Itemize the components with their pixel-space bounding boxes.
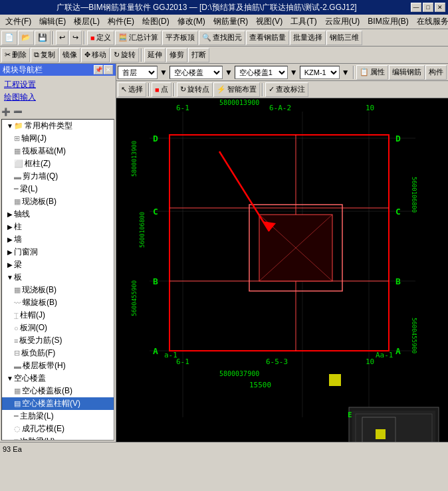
tree-item-axis[interactable]: ▶ 轴线 [2, 208, 114, 221]
tree-toggle-doorwindow[interactable]: ▶ [6, 248, 14, 256]
menu-tools[interactable]: 工具(T) [286, 15, 320, 29]
arrow-icon: ▼ [160, 68, 168, 77]
select-button[interactable]: ↖ 选择 [118, 82, 146, 97]
calc-button[interactable]: 🧮 汇总计算 [115, 31, 162, 45]
menu-rebar[interactable]: 钢筋量(R) [209, 15, 253, 29]
batch-select-button[interactable]: 批量选择 [290, 31, 326, 45]
tree-item-castplate[interactable]: ▦ 现浇板(B) [2, 284, 114, 296]
tree-item-slab-group[interactable]: ▼ 板 [2, 271, 114, 284]
type-select[interactable]: 空心楼盖 [169, 66, 223, 79]
tree-item-core[interactable]: ◌ 成孔芯模(E) [2, 423, 114, 435]
maximize-button[interactable]: □ [423, 3, 433, 12]
menu-modify[interactable]: 修改(M) [173, 15, 209, 29]
nav-tree[interactable]: ▼ 📁 常用构件类型 ⊞ 轴网(J) ▦ 筏板基础(M) ⬜ 框柱(Z) [1, 119, 114, 441]
tree-item-slabrebar[interactable]: ⊟ 板负筋(F) [2, 347, 114, 359]
tree-item-raft[interactable]: ▦ 筏板基础(M) [2, 145, 114, 157]
minimize-button[interactable]: — [411, 3, 421, 12]
menu-bim[interactable]: BIM应用(B) [364, 15, 412, 29]
view-rebar-button[interactable]: 查看钢筋量 [246, 31, 289, 45]
tree-item-subrib[interactable]: ⌶ 次肋梁(U) [2, 435, 114, 441]
tree-item-slabhole[interactable]: ○ 板洞(O) [2, 322, 114, 334]
component-label: 构件 [429, 67, 443, 77]
properties-button[interactable]: 📋 属性 [356, 65, 388, 80]
define-button[interactable]: ■ 定义 [87, 31, 114, 45]
tree-toggle-column[interactable]: ▶ [6, 223, 14, 231]
svg-text:10: 10 [366, 104, 374, 112]
extend-button[interactable]: 延伸 [144, 48, 166, 62]
find-element-button[interactable]: 🔍 查找图元 [199, 31, 245, 45]
tree-item-hollowslab[interactable]: ▼ 空心楼盖 [2, 372, 114, 385]
tree-toggle-beam2[interactable]: ▶ [6, 261, 14, 268]
tree-item-beam[interactable]: ━ 梁(L) [2, 183, 114, 195]
tree-item-common[interactable]: ▼ 📁 常用构件类型 [2, 120, 114, 132]
check-annotation-button[interactable]: ✓ 查改标注 [265, 82, 308, 97]
tree-toggle-hollow[interactable]: ▼ [6, 375, 14, 382]
tree-toggle-axis[interactable]: ▶ [6, 211, 14, 218]
tree-add-icon[interactable]: ➕ [1, 108, 11, 116]
slabstress-icon: ≡ [14, 337, 18, 345]
panel-close-button[interactable]: ✕ [104, 65, 113, 74]
panel-pin-button[interactable]: 📌 [94, 65, 103, 74]
svg-rect-44 [352, 411, 435, 442]
smartplace-button[interactable]: ⚡ 智能布置 [213, 82, 260, 97]
flat-top-button[interactable]: 平齐板顶 [162, 31, 198, 45]
menu-view[interactable]: 视图(V) [252, 15, 286, 29]
tree-item-slabband[interactable]: ▬ 楼层板带(H) [2, 359, 114, 372]
delete-button[interactable]: ✂ 删除 [1, 48, 30, 62]
trim-button[interactable]: 修剪 [166, 48, 187, 62]
tree-item-spiral[interactable]: 〰 螺旋板(B) [2, 296, 114, 309]
break-button[interactable]: 打断 [188, 48, 209, 62]
tree-item-doorwindow[interactable]: ▶ 门窗洞 [2, 246, 114, 258]
settings-link[interactable]: 工程设置 [3, 78, 113, 91]
close-button[interactable]: ✕ [435, 3, 445, 12]
tree-toggle-slab[interactable]: ▼ [6, 274, 14, 281]
tree-minus-icon[interactable]: ➖ [13, 108, 23, 116]
component-button[interactable]: 构件 [425, 65, 447, 80]
menu-file[interactable]: 文件(F) [1, 15, 35, 29]
tree-toggle-wall[interactable]: ▶ [6, 236, 14, 243]
tree-toggle-common[interactable]: ▼ [6, 122, 14, 130]
svg-text:15500: 15500 [249, 381, 271, 389]
drawing-link[interactable]: 绘图输入 [3, 91, 113, 104]
save-button[interactable]: 💾 [35, 31, 51, 45]
point-button[interactable]: ■ 点 [152, 82, 171, 97]
tree-item-slab[interactable]: ▦ 现浇板(B) [2, 195, 114, 208]
tree-item-axisgrid[interactable]: ⊞ 轴网(J) [2, 132, 114, 145]
tree-item-pillarcap[interactable]: ⌶ 柱帽(J) [2, 309, 114, 322]
component-select[interactable]: 空心楼盖1 [235, 66, 288, 79]
tree-item-hollow-col[interactable]: ▤ 空心楼盖柱帽(V) [2, 397, 114, 410]
tree-item-shearwall[interactable]: ▬ 剪力墙(Q) [2, 170, 114, 183]
rotate-label: 旋转 [121, 50, 136, 60]
menu-floor[interactable]: 楼层(L) [70, 15, 104, 29]
move-button[interactable]: ✥ 移动 [81, 48, 110, 62]
tree-item-framecol[interactable]: ⬜ 框柱(Z) [2, 157, 114, 170]
tree-item-slabstress[interactable]: ≡ 板受力筋(S) [2, 334, 114, 347]
copy-button[interactable]: ⧉ 复制 [31, 48, 58, 62]
redo-button[interactable]: ↪ [69, 31, 82, 45]
tree-item-mainrib[interactable]: ━ 主肋梁(L) [2, 410, 114, 423]
mirror-button[interactable]: 镜像 [59, 48, 80, 62]
rotatepoint-button[interactable]: ↻ 旋转点 [177, 82, 213, 97]
menu-draw[interactable]: 绘图(D) [138, 15, 173, 29]
tree-item-hollow-panel[interactable]: ▦ 空心楼盖板(B) [2, 385, 114, 397]
rebar-3d-button[interactable]: 钢筋三维 [326, 31, 362, 45]
drawing-area[interactable]: 6-1 6-A-2 10 6-1 6-5-3 10 D C B A D C B … [116, 98, 448, 442]
menu-edit[interactable]: 编辑(E) [35, 15, 70, 29]
beam-icon: ━ [14, 185, 19, 193]
undo-button[interactable]: ↩ [56, 31, 68, 45]
tree-item-wall[interactable]: ▶ 墙 [2, 233, 114, 246]
tree-item-column[interactable]: ▶ 柱 [2, 221, 114, 233]
menu-online[interactable]: 在线服务▶ [413, 15, 448, 29]
raft-icon: ▦ [14, 147, 21, 155]
new-button[interactable]: 📄 [1, 31, 17, 45]
svg-text:D: D [153, 134, 158, 144]
edit-rebar-button[interactable]: 编辑钢筋 [389, 65, 425, 80]
menu-cloud[interactable]: 云应用(U) [321, 15, 364, 29]
prop-label: 属性 [370, 67, 385, 77]
menu-component[interactable]: 构件(E) [104, 15, 138, 29]
rotate-button[interactable]: ↻ 旋转 [110, 48, 139, 62]
axis-select[interactable]: KZM-1 [300, 66, 340, 79]
floor-select[interactable]: 首层 [118, 66, 158, 79]
open-button[interactable]: 📂 [18, 31, 34, 45]
tree-item-beam2[interactable]: ▶ 梁 [2, 258, 114, 271]
